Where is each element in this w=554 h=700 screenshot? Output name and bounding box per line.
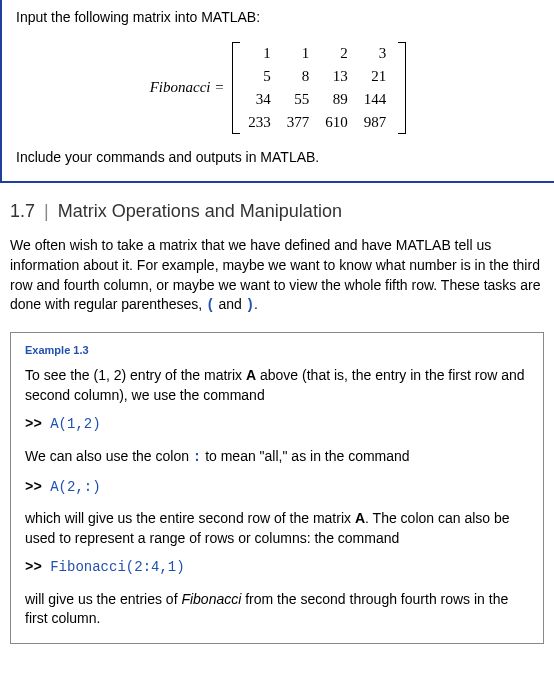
- matrix-cell: 1: [281, 42, 320, 65]
- text: will give us the entries of: [25, 591, 181, 607]
- italic-fibonacci: Fibonacci: [181, 591, 241, 607]
- matrix-cell: 233: [242, 111, 281, 134]
- matrix-cell: 21: [358, 65, 397, 88]
- text: and: [215, 296, 246, 312]
- matrix-equation: Fibonacci = 1 1 2 3 5 8 13 21 34 55: [16, 42, 540, 134]
- example-para-1: To see the (1, 2) entry of the matrix A …: [25, 366, 529, 405]
- matlab-prompt: >>: [25, 559, 42, 575]
- section-number: 1.7: [10, 201, 35, 221]
- matlab-command: Fibonacci(2:4,1): [42, 559, 185, 575]
- matrix-cell: 377: [281, 111, 320, 134]
- text: which will give us the entire second row…: [25, 510, 355, 526]
- matrix-cell: 5: [242, 65, 281, 88]
- text: To see the (1, 2) entry of the matrix: [25, 367, 246, 383]
- close-paren: ): [246, 297, 254, 313]
- section-title: Matrix Operations and Manipulation: [58, 201, 342, 221]
- example-para-3: which will give us the entire second row…: [25, 509, 529, 548]
- matlab-prompt: >>: [25, 479, 42, 495]
- example-box: Example 1.3 To see the (1, 2) entry of t…: [10, 332, 544, 644]
- matrix-label: Fibonacci =: [150, 77, 225, 98]
- text: We can also use the colon: [25, 448, 193, 464]
- text: .: [254, 296, 258, 312]
- bold-A: A: [355, 510, 365, 526]
- problem-intro: Input the following matrix into MATLAB:: [16, 8, 540, 28]
- matrix-cell: 34: [242, 88, 281, 111]
- code-line-3: >> Fibonacci(2:4,1): [25, 558, 529, 578]
- bold-A: A: [246, 367, 256, 383]
- open-paren: (: [206, 297, 214, 313]
- table-row: 34 55 89 144: [242, 88, 396, 111]
- matrix-cell: 89: [319, 88, 358, 111]
- table-row: 1 1 2 3: [242, 42, 396, 65]
- text: We often wish to take a matrix that we h…: [10, 237, 540, 312]
- section-divider: |: [44, 201, 49, 221]
- matlab-prompt: >>: [25, 416, 42, 432]
- example-para-2: We can also use the colon : to mean "all…: [25, 447, 529, 468]
- problem-close: Include your commands and outputs in MAT…: [16, 148, 540, 168]
- problem-box: Input the following matrix into MATLAB: …: [0, 0, 554, 183]
- matrix-cell: 1: [242, 42, 281, 65]
- matlab-command: A(2,:): [42, 479, 101, 495]
- table-row: 233 377 610 987: [242, 111, 396, 134]
- matrix-cell: 2: [319, 42, 358, 65]
- table-row: 5 8 13 21: [242, 65, 396, 88]
- matrix-bracket: 1 1 2 3 5 8 13 21 34 55 89 144: [232, 42, 406, 134]
- matrix-cell: 610: [319, 111, 358, 134]
- example-para-4: will give us the entries of Fibonacci fr…: [25, 590, 529, 629]
- colon-operator: :: [193, 449, 201, 465]
- matrix-cell: 8: [281, 65, 320, 88]
- matrix-table: 1 1 2 3 5 8 13 21 34 55 89 144: [242, 42, 396, 134]
- intro-paragraph: We often wish to take a matrix that we h…: [10, 236, 544, 315]
- matrix-cell: 13: [319, 65, 358, 88]
- code-line-1: >> A(1,2): [25, 415, 529, 435]
- matrix-cell: 144: [358, 88, 397, 111]
- section-heading: 1.7 | Matrix Operations and Manipulation: [10, 199, 544, 224]
- matlab-command: A(1,2): [42, 416, 101, 432]
- matrix-cell: 3: [358, 42, 397, 65]
- code-line-2: >> A(2,:): [25, 478, 529, 498]
- matrix-cell: 987: [358, 111, 397, 134]
- text: to mean "all," as in the command: [201, 448, 409, 464]
- matrix-cell: 55: [281, 88, 320, 111]
- example-label: Example 1.3: [25, 343, 529, 358]
